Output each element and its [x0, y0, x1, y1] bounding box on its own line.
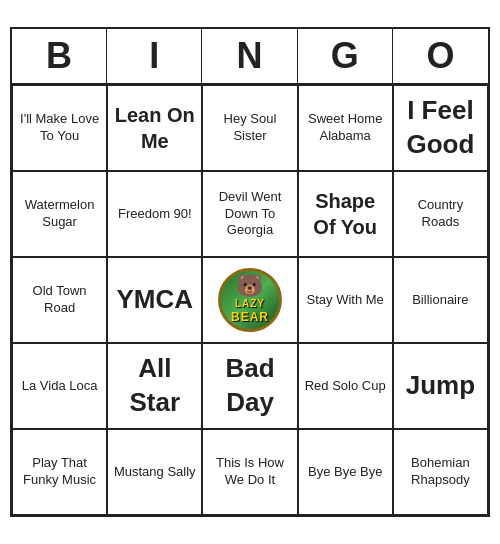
bingo-cell-16[interactable]: All Star: [107, 343, 202, 429]
cell-text-1: Lean On Me: [112, 102, 197, 154]
lazy-bear-logo: 🐻 LAZY BEAR: [218, 268, 282, 332]
bingo-cell-1[interactable]: Lean On Me: [107, 85, 202, 171]
cell-text-16: All Star: [112, 352, 197, 420]
bingo-cell-20[interactable]: Play That Funky Music: [12, 429, 107, 515]
bingo-cell-8[interactable]: Shape Of You: [298, 171, 393, 257]
cell-text-24: Bohemian Rhapsody: [398, 455, 483, 489]
header-letter-g: G: [298, 29, 393, 83]
header-letter-o: O: [393, 29, 488, 83]
cell-text-22: This Is How We Do It: [207, 455, 292, 489]
cell-text-14: Billionaire: [412, 292, 468, 309]
cell-text-15: La Vida Loca: [22, 378, 98, 395]
bingo-cell-10[interactable]: Old Town Road: [12, 257, 107, 343]
bingo-cell-11[interactable]: YMCA: [107, 257, 202, 343]
cell-text-5: Watermelon Sugar: [17, 197, 102, 231]
cell-text-21: Mustang Sally: [114, 464, 196, 481]
bingo-header: BINGO: [12, 29, 488, 85]
bingo-cell-17[interactable]: Bad Day: [202, 343, 297, 429]
cell-text-9: Country Roads: [398, 197, 483, 231]
bingo-cell-18[interactable]: Red Solo Cup: [298, 343, 393, 429]
cell-text-0: I'll Make Love To You: [17, 111, 102, 145]
bingo-grid: I'll Make Love To YouLean On MeHey Soul …: [12, 85, 488, 515]
bingo-cell-7[interactable]: Devil Went Down To Georgia: [202, 171, 297, 257]
cell-text-20: Play That Funky Music: [17, 455, 102, 489]
bingo-cell-19[interactable]: Jump: [393, 343, 488, 429]
cell-text-4: I Feel Good: [398, 94, 483, 162]
bingo-card: BINGO I'll Make Love To YouLean On MeHey…: [10, 27, 490, 517]
header-letter-b: B: [12, 29, 107, 83]
cell-text-2: Hey Soul Sister: [207, 111, 292, 145]
cell-text-23: Bye Bye Bye: [308, 464, 382, 481]
cell-text-17: Bad Day: [207, 352, 292, 420]
cell-text-18: Red Solo Cup: [305, 378, 386, 395]
cell-text-6: Freedom 90!: [118, 206, 192, 223]
bingo-cell-5[interactable]: Watermelon Sugar: [12, 171, 107, 257]
cell-text-13: Stay With Me: [307, 292, 384, 309]
cell-text-11: YMCA: [117, 283, 194, 317]
bingo-cell-12[interactable]: 🐻 LAZY BEAR: [202, 257, 297, 343]
bingo-cell-22[interactable]: This Is How We Do It: [202, 429, 297, 515]
bingo-cell-23[interactable]: Bye Bye Bye: [298, 429, 393, 515]
bingo-cell-6[interactable]: Freedom 90!: [107, 171, 202, 257]
cell-text-19: Jump: [406, 369, 475, 403]
bingo-cell-3[interactable]: Sweet Home Alabama: [298, 85, 393, 171]
header-letter-n: N: [202, 29, 297, 83]
cell-text-7: Devil Went Down To Georgia: [207, 189, 292, 240]
cell-text-3: Sweet Home Alabama: [303, 111, 388, 145]
cell-text-10: Old Town Road: [17, 283, 102, 317]
bingo-cell-21[interactable]: Mustang Sally: [107, 429, 202, 515]
bingo-cell-0[interactable]: I'll Make Love To You: [12, 85, 107, 171]
bingo-cell-4[interactable]: I Feel Good: [393, 85, 488, 171]
bingo-cell-9[interactable]: Country Roads: [393, 171, 488, 257]
cell-text-8: Shape Of You: [303, 188, 388, 240]
bingo-cell-15[interactable]: La Vida Loca: [12, 343, 107, 429]
header-letter-i: I: [107, 29, 202, 83]
bingo-cell-13[interactable]: Stay With Me: [298, 257, 393, 343]
bingo-cell-14[interactable]: Billionaire: [393, 257, 488, 343]
bingo-cell-24[interactable]: Bohemian Rhapsody: [393, 429, 488, 515]
bingo-cell-2[interactable]: Hey Soul Sister: [202, 85, 297, 171]
